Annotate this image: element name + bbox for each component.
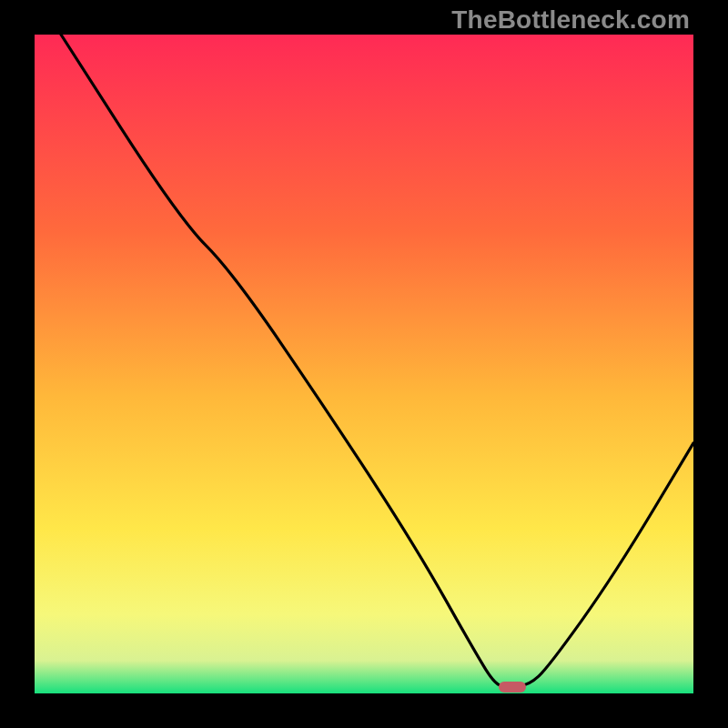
watermark-text: TheBottleneck.com <box>451 5 690 35</box>
plot-area <box>35 35 693 693</box>
bottleneck-curve <box>35 35 693 693</box>
optimal-marker <box>499 682 526 693</box>
chart-frame: TheBottleneck.com <box>0 0 728 728</box>
